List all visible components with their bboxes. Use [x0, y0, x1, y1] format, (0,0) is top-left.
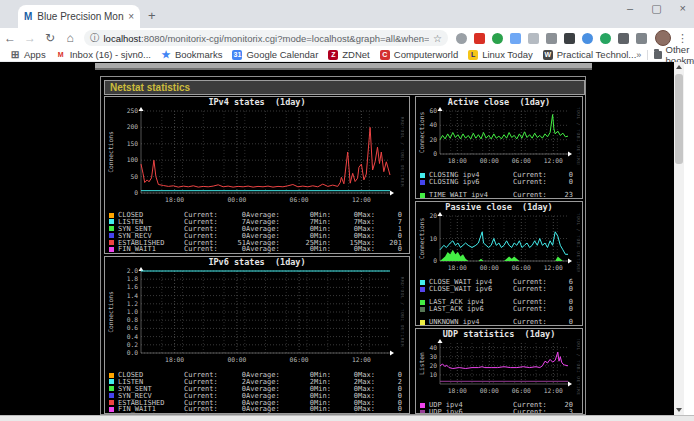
svg-text:150: 150	[127, 140, 139, 147]
bookmark-item-5[interactable]: C Computerworld	[380, 49, 458, 60]
bookmark-favicon: L	[468, 50, 478, 60]
magnifier-extension-icon[interactable]	[456, 33, 467, 44]
legend-swatch	[109, 373, 114, 378]
svg-text:06:00: 06:00	[512, 387, 531, 394]
browser-tab[interactable]: M Blue Precision Monitorix ×	[18, 5, 140, 28]
gray-page-extension-icon[interactable]	[528, 33, 539, 44]
bookmark-favicon: C	[380, 50, 390, 60]
svg-text:06:00: 06:00	[290, 356, 309, 363]
scroll-up-arrow-icon[interactable]	[676, 65, 682, 69]
reload-button[interactable]: ↻	[40, 31, 60, 45]
svg-text:18:00: 18:00	[448, 264, 467, 271]
playlist-extension-icon[interactable]	[636, 33, 647, 44]
legend-swatch	[420, 287, 425, 292]
passive-close-panel: Passive close (1day) 0102018:0000:0006:0…	[415, 201, 583, 326]
bookmark-item-4[interactable]: Z ZDNet	[328, 49, 369, 60]
svg-text:18:00: 18:00	[165, 356, 184, 363]
legend-row: LAST_ACK ipv6Current:0	[420, 305, 582, 312]
svg-text:00:00: 00:00	[227, 356, 246, 363]
bookmark-item-6[interactable]: L Linux Today	[468, 49, 533, 60]
udp-statistics-graph[interactable]: 1020304018:0000:0006:0012:00ListenRRDTOO…	[416, 339, 580, 395]
svg-text:0.2: 0.2	[127, 341, 139, 348]
udp-legend: UDP ipv4Current:20UDP ipv6Current:3	[416, 399, 582, 414]
bookmark-favicon: W	[543, 50, 553, 60]
address-bar[interactable]: ⓘ localhost :8080/monitorix-cgi/monitori…	[84, 30, 448, 46]
dark-square-extension-icon[interactable]	[564, 33, 575, 44]
bottom-frame-edge	[0, 415, 694, 421]
legend-swatch	[109, 379, 114, 384]
svg-text:0.6: 0.6	[127, 324, 139, 331]
page-scrollbar[interactable]	[674, 62, 684, 415]
previous-section-edge	[95, 63, 592, 70]
bookmark-star-icon[interactable]: ☆	[433, 33, 442, 44]
legend-swatch	[420, 300, 425, 305]
legend-swatch	[420, 320, 425, 325]
ipv4-states-graph[interactable]: 05010015020025018:0000:0006:0012:00Conne…	[105, 107, 404, 205]
svg-text:12:00: 12:00	[352, 196, 371, 203]
bookmark-favicon: ⊞	[10, 50, 20, 60]
legend-row: FIN_WAIT1Current:0Average:0Min:0Max:0	[109, 405, 409, 412]
legend-row: SYN_RECVCurrent:0Average:0Min:0Max:0	[109, 392, 409, 399]
svg-text:Connections: Connections	[418, 111, 425, 153]
svg-text:12:00: 12:00	[544, 264, 563, 271]
site-info-icon[interactable]: ⓘ	[90, 32, 100, 45]
puzzle-extension-icon[interactable]	[618, 33, 629, 44]
monitorix-favicon: M	[24, 11, 32, 22]
maximize-button[interactable]: ▢	[651, 2, 661, 15]
svg-text:Connections: Connections	[418, 217, 425, 259]
bookmark-item-3[interactable]: 31 Google Calendar	[232, 49, 318, 60]
legend-row: FIN_WAIT2Current:0Average:0Min:0Max:0	[109, 412, 409, 414]
forward-button[interactable]: →	[20, 31, 40, 45]
legend-row: TIME_WAIT ipv4Current:23	[420, 191, 582, 198]
bookmark-item-7[interactable]: W Practical Technol...	[543, 49, 637, 60]
active-close-panel: Active close (1day) 020406018:0000:0006:…	[415, 96, 583, 199]
bookmark-favicon: 31	[232, 50, 242, 60]
legend-swatch	[420, 307, 425, 312]
cast-extension-icon[interactable]	[546, 33, 557, 44]
home-button[interactable]: ⌂	[60, 31, 80, 45]
new-tab-button[interactable]: +	[148, 8, 156, 23]
legend-row: LAST_ACK ipv4Current:0	[420, 298, 582, 305]
svg-text:0: 0	[134, 189, 138, 196]
gmail-extension-icon[interactable]	[474, 33, 485, 44]
window-close-button[interactable]: ×	[680, 2, 686, 15]
blue-pages-extension-icon[interactable]	[510, 33, 521, 44]
green-share-extension-icon[interactable]	[492, 33, 503, 44]
legend-swatch	[109, 386, 114, 391]
bookmark-item-0[interactable]: ⊞ Apps	[10, 49, 46, 60]
active-close-graph[interactable]: 020406018:0000:0006:0012:00ConnectionsRR…	[416, 107, 580, 165]
legend-row: SYN_RECVCurrent:0Average:0Min:0Max:0	[109, 232, 409, 239]
green-circle-extension-icon[interactable]	[600, 33, 611, 44]
tab-close-icon[interactable]: ×	[128, 11, 134, 22]
legend-swatch	[109, 393, 114, 398]
svg-text:0: 0	[433, 257, 437, 264]
ipv6-states-graph[interactable]: 0.00.20.40.60.81.01.21.41.61.82.018:0000…	[105, 267, 404, 365]
bookmark-item-2[interactable]: ★ Bookmarks	[161, 49, 223, 60]
legend-swatch	[420, 180, 425, 185]
browser-window: M Blue Precision Monitorix × + – ▢ × ← →…	[0, 0, 694, 421]
legend-swatch	[109, 407, 114, 412]
svg-text:40: 40	[429, 344, 437, 351]
legend-row: LISTENCurrent:2Average:2Min:2Max:2	[109, 378, 409, 385]
svg-text:12:00: 12:00	[544, 387, 563, 394]
passive-close-graph[interactable]: 0102018:0000:0006:0012:00ConnectionsRRDT…	[416, 212, 580, 272]
bookmarks-overflow-icon[interactable]: »	[636, 50, 641, 60]
active-close-title: Active close (1day)	[416, 97, 582, 107]
ipv6-chart-title: IPv6 states (1day)	[105, 257, 409, 267]
svg-text:RRDTOOL / TOBI OETIKER: RRDTOOL / TOBI OETIKER	[576, 107, 580, 165]
scrollbar-thumb[interactable]	[675, 74, 683, 164]
ipv6-states-panel: IPv6 states (1day) 0.00.20.40.60.81.01.2…	[104, 256, 410, 414]
back-button[interactable]: ←	[0, 31, 20, 45]
minimize-button[interactable]: –	[627, 2, 633, 15]
svg-text:10: 10	[429, 371, 437, 378]
legend-row: ESTABLISHEDCurrent:51Average:25Min:15Max…	[109, 239, 409, 246]
scroll-down-arrow-icon[interactable]	[676, 408, 682, 412]
legend-row: TIME_WAIT ipv6Current:0	[420, 198, 582, 199]
bookmark-item-1[interactable]: M Inbox (16) - sjvn0...	[56, 49, 151, 60]
netstat-section: Netstat statistics IPv4 states (1day) 05…	[100, 76, 586, 415]
svg-text:10: 10	[429, 235, 437, 242]
legend-row: CLOSEDCurrent:0Average:0Min:0Max:0	[109, 371, 409, 378]
svg-text:1.8: 1.8	[127, 275, 139, 282]
legend-row: FIN_WAIT2Current:0Average:0Min:0Max:0	[109, 252, 409, 254]
blue-oval-extension-icon[interactable]	[582, 33, 593, 44]
